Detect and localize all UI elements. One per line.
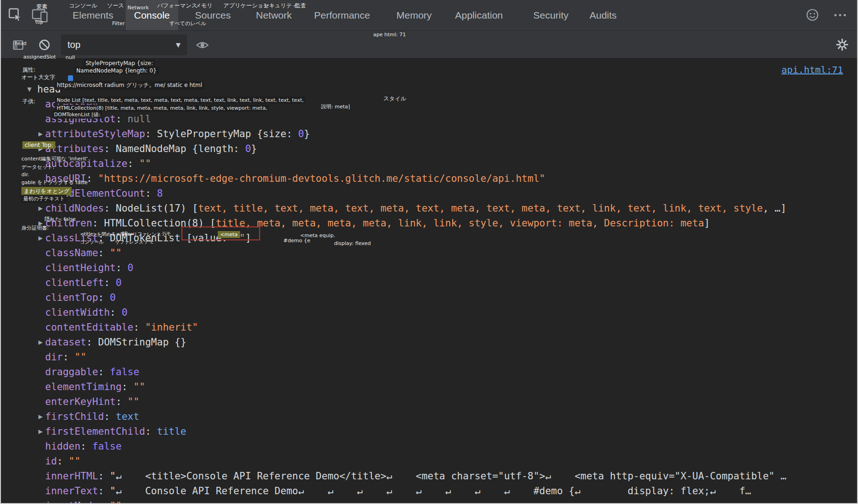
property-value: NamedNodeMap {length: [116, 143, 245, 154]
property-value: text, title, text, meta, text, meta, tex… [198, 203, 763, 214]
console-property-row: hidden: false [1, 439, 857, 454]
property-value: 0 [116, 277, 122, 288]
property-value: DOMStringMap {} [98, 337, 187, 348]
console-property-row[interactable]: ▶firstElementChild: title [1, 424, 857, 439]
console-property-row[interactable]: ▶attributes: NamedNodeMap {length: 0} [1, 141, 857, 156]
translation-overlay: StylePropertyMap {size: [84, 60, 155, 67]
expand-triangle-icon[interactable]: ▶ [36, 231, 45, 245]
separator: : [116, 262, 127, 273]
translation-overlay: display: flexed [334, 240, 371, 246]
translation-overlay: 身分証明書: [21, 225, 49, 232]
translation-overlay: 要素 [36, 3, 47, 11]
console-property-row[interactable]: ▶attributeStyleMap: StylePropertyMap {si… [1, 126, 857, 141]
tab-audits[interactable]: Audits [590, 0, 617, 30]
expand-triangle-icon[interactable]: ▶ [36, 201, 45, 216]
tab-application[interactable]: Application [455, 0, 503, 30]
console-source-link[interactable]: api.html:71 [782, 64, 843, 75]
feedback-button[interactable] [805, 8, 819, 24]
property-value: "" [127, 396, 139, 407]
separator: : [145, 188, 157, 199]
tab-memory[interactable]: Memory [396, 0, 432, 30]
console-property-row: inputMode: "" [1, 498, 857, 504]
property-name: className [45, 247, 98, 259]
property-value: "" [69, 456, 80, 467]
expand-triangle-icon[interactable]: ▶ [36, 335, 45, 350]
separator: : [116, 113, 127, 125]
property-name: firstChild [45, 411, 104, 422]
translation-overlay: コンソール [80, 239, 104, 245]
translation-overlay: null [66, 54, 75, 60]
translation-overlay: デモ [144, 239, 154, 245]
console-property-row[interactable]: ▶dataset: DOMStringMap {} [1, 335, 857, 350]
property-name: id [45, 456, 57, 467]
three-dots-icon [844, 14, 846, 16]
translation-overlay: content編集可能な 'inherit' [21, 155, 88, 162]
property-name: attributeStyleMap [45, 128, 145, 139]
console-property-row: enterKeyHint: "" [1, 394, 857, 409]
three-dots-icon [839, 14, 841, 16]
console-property-row: childElementCount: 8 [1, 186, 857, 201]
property-value: "" [110, 500, 121, 504]
console-toolbar: top ▼ All levels ▼ [1, 30, 857, 59]
separator: : [98, 500, 110, 504]
translation-overlay: アプリケーション [223, 2, 269, 10]
console-property-row[interactable]: ▶firstChild: text [1, 409, 857, 424]
property-value: 0 [121, 307, 127, 318]
ban-icon [38, 39, 51, 51]
separator: : [145, 128, 157, 139]
separator: : [57, 456, 68, 467]
console-context-selector[interactable]: top ▼ [61, 34, 187, 55]
property-value: "" [110, 247, 121, 259]
inspect-element-button[interactable] [8, 7, 23, 24]
property-value[interactable]: title [157, 426, 186, 437]
tab-performance[interactable]: Performance [314, 0, 370, 30]
expand-triangle-icon[interactable]: ▶ [36, 409, 45, 424]
live-expression-button[interactable] [195, 39, 209, 53]
translation-overlay: Network [127, 5, 149, 11]
translation-overlay: ソース [107, 2, 124, 10]
overflow-menu-button[interactable] [834, 14, 846, 16]
translation-overlay: head [15, 41, 27, 46]
expand-triangle-icon[interactable]: ▶ [36, 424, 45, 439]
inspect-cursor-icon [8, 7, 23, 22]
expand-triangle-icon[interactable]: ▶ [36, 126, 45, 141]
console-lines: ▼headaccessKey: ""assignedSlot: null▶att… [1, 82, 857, 504]
console-property-row[interactable]: ▶children: HTMLCollection(8) [title, met… [1, 216, 857, 231]
property-name: clientTop [45, 292, 98, 303]
tab-security[interactable]: Security [533, 0, 569, 30]
separator: : [104, 277, 115, 288]
console-property-row: assignedSlot: null [1, 112, 857, 126]
translation-overlay: https://microsoft radium グリッチ。me/ static… [55, 81, 204, 90]
translation-overlay: ape html: 71 [373, 32, 406, 38]
collapse-triangle-icon[interactable]: ▼ [25, 82, 34, 97]
settings-button[interactable] [836, 38, 849, 53]
separator: : [116, 396, 127, 407]
devtools-window: Elements Console Sources Network Perform… [0, 0, 858, 504]
property-value: 8 [157, 188, 163, 199]
property-value: 0 [298, 128, 304, 139]
translation-overlay: リファレンス [115, 239, 143, 245]
property-value: "" [139, 158, 151, 169]
separator: : [104, 203, 115, 214]
separator: : [104, 411, 115, 422]
property-value: "https://microsoft-edge-chromium-devtool… [98, 173, 545, 184]
separator: : [104, 143, 115, 154]
property-value: , …] [763, 203, 786, 214]
console-property-row: elementTiming: "" [1, 379, 857, 394]
separator: : [87, 173, 98, 184]
three-dots-icon [834, 14, 837, 16]
translation-overlay: メモリ [195, 2, 213, 10]
clear-console-button[interactable] [38, 39, 51, 53]
property-name: enterKeyHint [45, 396, 116, 407]
console-property-row: innerHTML: "↵ <title>Console API Referen… [1, 469, 857, 484]
console-property-row: innerText: "↵ Console API Reference Demo… [1, 484, 857, 498]
property-value: null [127, 113, 151, 125]
property-value[interactable]: text [116, 411, 140, 422]
property-value: "↵ <title>Console API Reference Demo</ti… [110, 471, 786, 482]
console-property-row: clientHeight: 0 [1, 260, 857, 275]
property-value: 0 [127, 262, 134, 273]
translation-overlay: データセット: [21, 164, 54, 171]
translation-overlay: パフォーマンス [157, 2, 197, 10]
console-property-row[interactable]: ▶childNodes: NodeList(17) [text, title, … [1, 201, 857, 216]
console-property-row: className: "" [1, 245, 857, 260]
